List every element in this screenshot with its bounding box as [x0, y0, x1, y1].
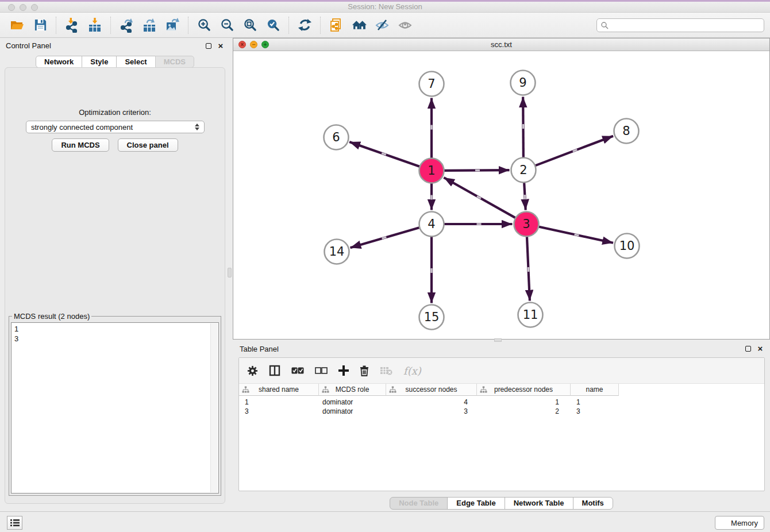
attribute-tree-icon — [242, 386, 249, 394]
import-network-button[interactable] — [60, 15, 83, 36]
vertical-splitter-handle[interactable] — [228, 268, 232, 277]
show-all-button[interactable] — [394, 15, 417, 36]
table-cell[interactable]: dominator — [319, 398, 386, 406]
graph-node-label: 9 — [519, 76, 526, 90]
add-column-button[interactable] — [338, 365, 349, 376]
new-network-from-selection-button[interactable] — [325, 15, 348, 36]
function-builder-button[interactable]: f(x) — [403, 365, 421, 377]
table-cell[interactable]: 1 — [239, 398, 319, 406]
column-header-successor-nodes[interactable]: successor nodes — [386, 384, 477, 396]
network-window-titlebar[interactable]: × – + scc.txt — [233, 38, 769, 51]
save-session-button[interactable] — [29, 15, 52, 36]
delete-table-button[interactable] — [380, 365, 392, 376]
graph-node-label: 7 — [428, 77, 435, 91]
eye-icon — [398, 18, 413, 33]
application-window: Session: New Session — [0, 0, 770, 532]
column-header-predecessor-nodes[interactable]: predecessor nodes — [477, 384, 571, 396]
tab-style[interactable]: Style — [82, 56, 117, 68]
close-icon: × — [218, 43, 224, 49]
table-toolbar: f(x) — [239, 358, 764, 384]
close-panel-button[interactable]: Close panel — [118, 138, 178, 152]
mcds-result-text[interactable]: 1 3 — [11, 322, 219, 494]
memory-button[interactable]: Memory — [715, 516, 764, 530]
first-neighbors-button[interactable] — [348, 15, 371, 36]
edge-handle[interactable] — [475, 169, 480, 171]
trash-icon — [360, 365, 369, 376]
unselect-all-columns-button[interactable] — [315, 367, 328, 375]
hide-selected-button[interactable] — [371, 15, 394, 36]
toolbar-separator — [288, 17, 289, 34]
tab-edge-table[interactable]: Edge Table — [447, 497, 505, 510]
delete-column-button[interactable] — [360, 365, 369, 376]
graph-node-label: 14 — [329, 245, 345, 259]
app-close-button[interactable] — [8, 4, 15, 11]
zoom-fit-button[interactable] — [238, 15, 261, 36]
edge-handle[interactable] — [430, 195, 432, 200]
edge-handle[interactable] — [528, 267, 530, 272]
table-settings-button[interactable] — [247, 365, 258, 376]
zoom-in-button[interactable] — [192, 15, 215, 36]
edge-handle[interactable] — [522, 124, 524, 129]
export-table-button[interactable] — [138, 15, 161, 36]
show-columns-button[interactable] — [269, 365, 280, 376]
edge-handle[interactable] — [477, 223, 482, 225]
attribute-tree-icon — [389, 386, 396, 394]
show-task-history-button[interactable] — [7, 516, 22, 530]
graph-node-label: 3 — [522, 217, 530, 231]
run-mcds-button[interactable]: Run MCDS — [52, 138, 109, 152]
control-panel-float-button[interactable] — [205, 42, 213, 50]
export-image-button[interactable] — [161, 15, 184, 36]
table-cell[interactable]: dominator — [319, 407, 386, 415]
control-panel-close-button[interactable]: × — [217, 42, 225, 50]
criterion-select[interactable]: strongly connected component — [26, 121, 205, 133]
mcds-result-title: MCDS result (2 nodes) — [12, 312, 91, 321]
maximize-view-icon[interactable]: + — [261, 41, 269, 48]
tab-select[interactable]: Select — [116, 56, 155, 68]
zoom-selected-button[interactable] — [261, 15, 284, 36]
column-label: name — [586, 385, 603, 394]
open-session-button[interactable] — [6, 15, 29, 36]
edge-handle[interactable] — [430, 125, 432, 130]
apply-layout-button[interactable] — [293, 15, 316, 36]
table-cell[interactable]: 3 — [239, 407, 319, 415]
app-minimize-button[interactable] — [20, 4, 26, 11]
zoom-out-button[interactable] — [215, 15, 238, 36]
header-filler — [619, 384, 764, 396]
tab-mcds[interactable]: MCDS — [155, 56, 194, 68]
float-window-icon — [745, 346, 751, 352]
network-canvas[interactable]: 7968124314101511 — [233, 51, 769, 339]
table-row[interactable]: 1dominator411 — [239, 398, 764, 407]
tab-node-table[interactable]: Node Table — [390, 497, 448, 510]
search-input[interactable] — [611, 21, 760, 29]
refresh-layout-icon — [298, 18, 312, 32]
column-header-name[interactable]: name — [571, 384, 619, 396]
attribute-tree-icon — [480, 386, 487, 394]
result-scrollbar[interactable] — [210, 323, 218, 492]
table-row[interactable]: 3dominator323 — [239, 407, 764, 416]
select-all-columns-button[interactable] — [291, 367, 304, 375]
table-panel-title: Table Panel — [240, 345, 279, 353]
table-cell[interactable]: 3 — [571, 407, 619, 415]
export-network-button[interactable] — [115, 15, 138, 36]
minimize-view-icon[interactable]: – — [250, 41, 257, 48]
table-panel-close-button[interactable]: × — [756, 345, 764, 353]
tab-motifs[interactable]: Motifs — [573, 497, 613, 510]
tab-network-table[interactable]: Network Table — [505, 497, 573, 510]
tab-network[interactable]: Network — [36, 56, 82, 68]
zoom-out-icon — [220, 18, 234, 32]
import-table-button[interactable] — [83, 15, 106, 36]
edge-handle[interactable] — [430, 268, 432, 273]
table-cell[interactable]: 1 — [477, 398, 571, 406]
app-zoom-button[interactable] — [31, 4, 38, 11]
edge-handle[interactable] — [524, 195, 526, 199]
table-cell[interactable]: 1 — [571, 398, 619, 406]
close-view-icon[interactable]: × — [238, 41, 246, 48]
criterion-value: strongly connected component — [31, 123, 133, 132]
column-header-mcds-role[interactable]: MCDS role — [319, 384, 386, 396]
table-panel-float-button[interactable] — [744, 345, 752, 353]
column-header-shared-name[interactable]: shared name — [239, 384, 319, 396]
table-cell[interactable]: 4 — [386, 398, 477, 406]
open-folder-icon — [10, 18, 25, 33]
table-cell[interactable]: 3 — [386, 407, 477, 415]
table-cell[interactable]: 2 — [477, 407, 571, 415]
